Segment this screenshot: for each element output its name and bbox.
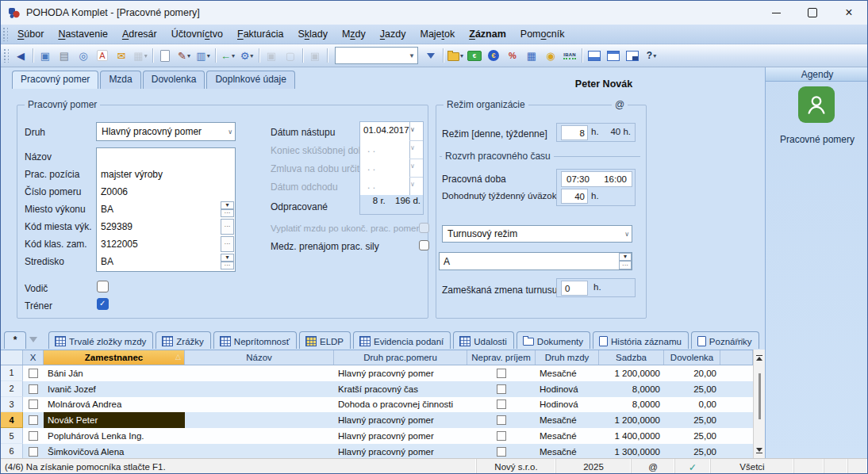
tax-calendar-icon[interactable]: %: [503, 47, 522, 64]
quick-search-input[interactable]: [336, 49, 406, 62]
edit-record-icon[interactable]: ✎▾: [175, 47, 194, 64]
column-header-zamestnanec[interactable]: Zamestnanec△: [44, 350, 185, 365]
scroll-to-top-icon[interactable]: [754, 351, 765, 364]
record-tab-pracovny-pomer[interactable]: Pracovný pomer: [12, 71, 98, 89]
kod-klas-field[interactable]: 3122005: [101, 239, 138, 250]
datum-odchodu-field[interactable]: . .: [367, 180, 375, 191]
cell-nazov[interactable]: [185, 412, 334, 428]
detail-tab-dokumenty[interactable]: Dokumenty: [517, 331, 590, 349]
close-icon[interactable]: ×: [831, 1, 867, 25]
cell-neprav-prijem[interactable]: [467, 428, 536, 444]
detail-tab-eldp[interactable]: ELDP: [299, 331, 351, 349]
row-number[interactable]: 3: [1, 397, 23, 413]
menu-item-subor[interactable]: Súbor: [10, 26, 51, 42]
status-company[interactable]: Nový s.r.o.: [477, 459, 556, 474]
back-icon[interactable]: ←▾: [218, 47, 237, 64]
detail-tab-nepri-tomnost-[interactable]: Neprítomnosť: [213, 331, 297, 349]
status-filter[interactable]: Všetci: [711, 459, 794, 474]
zmeskana-field[interactable]: 0: [561, 281, 588, 296]
medz-prenajom-checkbox[interactable]: [419, 240, 429, 250]
send-export-icon[interactable]: ✉: [112, 47, 131, 64]
table-columns-icon[interactable]: ▥▾: [194, 47, 213, 64]
cell-druh[interactable]: Dohoda o pracovnej činnosti: [334, 397, 467, 413]
datum-odchodu-dropdown-icon[interactable]: ∨: [410, 181, 415, 188]
cell-nazov[interactable]: [185, 444, 334, 458]
row-number[interactable]: 2: [1, 381, 23, 397]
stredisko-field[interactable]: BA: [101, 256, 113, 267]
cell-druh[interactable]: Hlavný pracovný pomer: [334, 365, 467, 381]
menu-item-adresar[interactable]: Adresár: [115, 26, 164, 42]
cell-sadzba[interactable]: 1 400,0000: [599, 428, 664, 444]
row-checkbox[interactable]: [29, 447, 38, 457]
cell-neprav-prijem[interactable]: [467, 381, 536, 397]
toolbar-grip[interactable]: [2, 27, 8, 41]
cell-zamestnanec[interactable]: Ivanič Jozef: [44, 381, 185, 397]
cell-sadzba[interactable]: 1 200,0000: [599, 412, 664, 428]
miesto-vykonu-browse-icon[interactable]: ···: [221, 209, 234, 217]
row-number[interactable]: 4: [1, 412, 23, 428]
print-icon[interactable]: ▤: [55, 47, 74, 64]
koniec-skusobnej-dropdown-icon[interactable]: ∨: [410, 144, 415, 151]
record-tab-doplnkove-u-daje[interactable]: Doplnkové údaje: [206, 71, 294, 89]
new-record-icon[interactable]: [156, 47, 175, 64]
iban-icon[interactable]: IBAN: [560, 47, 579, 64]
vodic-checkbox[interactable]: [97, 281, 109, 292]
rezim-daily-field[interactable]: 8: [561, 125, 588, 140]
row-checkbox[interactable]: [29, 399, 38, 409]
menu-item-zaznam[interactable]: Záznam: [462, 26, 513, 42]
cell-druh[interactable]: Hlavný pracovný pomer: [334, 444, 467, 458]
table-row[interactable]: 3Molnárová AndreaDohoda o pracovnej činn…: [1, 397, 753, 413]
stredisko-browse-icon[interactable]: ···: [221, 262, 234, 269]
window-table-icon[interactable]: [604, 47, 623, 64]
quick-search-combobox[interactable]: ▼: [335, 47, 418, 64]
context-help-icon[interactable]: ?▾: [642, 47, 661, 64]
cash-register-icon[interactable]: €: [465, 47, 484, 64]
cell-neprav-prijem[interactable]: [467, 365, 536, 381]
row-number[interactable]: 6: [1, 444, 23, 458]
detail-tab-histo-ria-za-znamu[interactable]: História záznamu: [593, 331, 689, 349]
record-tab-dovolenka[interactable]: Dovolenka: [143, 71, 205, 89]
cell-nazov[interactable]: [185, 428, 334, 444]
turnus-group-browse-icon[interactable]: ···: [619, 261, 632, 269]
neprav-prijem-checkbox[interactable]: [497, 447, 506, 457]
table-row[interactable]: 1Báni JánHlavný pracovný pomerMesačné1 2…: [1, 365, 753, 381]
column-header-druh_mzdy[interactable]: Druh mzdy: [536, 350, 599, 365]
record-tab-mzda[interactable]: Mzda: [100, 71, 140, 89]
detail-tab-pozna-mky[interactable]: Poznámky: [691, 331, 759, 349]
menu-item-majetok[interactable]: Majetok: [413, 26, 462, 42]
row-select-cell[interactable]: [23, 381, 44, 397]
table-row[interactable]: 6Šimkovičová AlenaHlavný pracovný pomerM…: [1, 444, 753, 458]
exit-agenda-icon[interactable]: ◀: [11, 47, 30, 64]
pdf-export-icon[interactable]: A: [93, 47, 112, 64]
kod-miesta-field[interactable]: 529389: [101, 221, 133, 232]
menu-item-fakturacia[interactable]: Fakturácia: [230, 26, 290, 42]
cell-zamestnanec[interactable]: Molnárová Andrea: [44, 397, 185, 413]
agenda-folder-icon[interactable]: ▾: [446, 47, 465, 64]
cell-zamestnanec[interactable]: Šimkovičová Alena: [44, 444, 185, 458]
cislo-pomeru-field[interactable]: Z0006: [101, 186, 128, 197]
turnus-group-dropdown-icon[interactable]: ▾: [619, 253, 632, 261]
filter-icon[interactable]: [421, 47, 440, 64]
maximize-icon[interactable]: [794, 1, 831, 25]
calculator-icon[interactable]: ▦: [522, 47, 541, 64]
table-scrollbar[interactable]: [753, 350, 765, 458]
turnus-rezim-combobox[interactable]: Turnusový režim ∨: [442, 225, 632, 243]
cell-druh[interactable]: Hlavný pracovný pomer: [334, 412, 467, 428]
row-checkbox[interactable]: [29, 384, 38, 394]
neprav-prijem-checkbox[interactable]: [497, 369, 506, 378]
column-header-druh[interactable]: Druh prac.pomeru: [334, 350, 467, 365]
kod-miesta-browse-icon[interactable]: ···: [221, 219, 234, 235]
row-select-cell[interactable]: [23, 365, 44, 381]
column-header-neprav[interactable]: Neprav. príjem: [467, 350, 536, 365]
agendy-header[interactable]: Agendy: [766, 67, 868, 82]
cell-nazov[interactable]: [185, 365, 334, 381]
chevron-down-icon[interactable]: ▼: [406, 52, 417, 59]
row-checkbox[interactable]: [29, 369, 38, 378]
cell-dovolenka[interactable]: 25,00: [664, 381, 720, 397]
coins-icon[interactable]: ◉: [541, 47, 560, 64]
vyplatit-checkbox[interactable]: [419, 223, 429, 233]
cell-neprav-prijem[interactable]: [467, 397, 536, 413]
cell-druh_mzdy[interactable]: Hodinová: [536, 381, 599, 397]
neprav-prijem-checkbox[interactable]: [497, 399, 506, 409]
stredisko-dropdown-icon[interactable]: ▾: [221, 254, 234, 262]
